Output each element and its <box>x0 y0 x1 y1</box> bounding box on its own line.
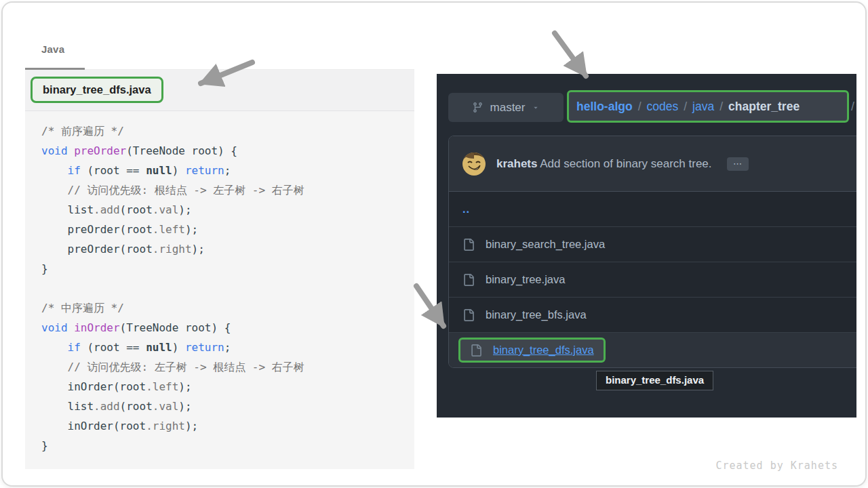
code-line: /* 前序遍历 */ <box>41 121 414 141</box>
code-filename-header: binary_tree_dfs.java <box>25 70 414 111</box>
file-row: binary_tree_bfs.java <box>449 298 856 333</box>
file-icon <box>462 274 475 286</box>
breadcrumb-java-link[interactable]: java <box>692 100 714 114</box>
breadcrumb-current-folder: chapter_tree <box>728 100 800 114</box>
code-line: inOrder(root.left); <box>41 377 414 396</box>
code-line: preOrder(root.right); <box>41 239 414 259</box>
watermark-credit: Created by Krahets <box>715 460 838 472</box>
code-line: } <box>41 259 414 279</box>
code-block: /* 前序遍历 */void preOrder(TreeNode root) {… <box>25 111 414 455</box>
file-row: binary_search_tree.java <box>449 227 856 262</box>
file-name-link-active[interactable]: binary_tree_dfs.java <box>493 344 594 357</box>
breadcrumb: hello-algo / codes / java / chapter_tree <box>567 90 849 123</box>
branch-name: master <box>490 101 526 115</box>
parent-directory-link[interactable]: .. <box>462 203 470 216</box>
breadcrumb-repo-link[interactable]: hello-algo <box>576 100 633 114</box>
file-name-link[interactable]: binary_tree.java <box>486 273 565 286</box>
tab-java[interactable]: Java <box>41 43 64 55</box>
code-line: void inOrder(TreeNode root) { <box>41 318 414 338</box>
file-icon <box>462 239 475 251</box>
filename-highlight-box: binary_tree_dfs.java <box>31 77 163 103</box>
arrow-to-breadcrumb <box>555 33 586 76</box>
file-row: binary_tree.java <box>449 262 856 298</box>
code-filename: binary_tree_dfs.java <box>43 83 151 96</box>
commit-more-button[interactable]: ⋯ <box>727 157 749 171</box>
commit-message[interactable]: Add section of binary search tree. <box>540 157 711 170</box>
filename-tooltip: binary_tree_dfs.java <box>596 371 713 390</box>
code-line: // 访问优先级: 左子树 -> 根结点 -> 右子树 <box>41 357 414 377</box>
page-card: Java binary_tree_dfs.java /* 前序遍历 */void… <box>1 1 867 487</box>
code-line <box>41 279 414 298</box>
code-line: void preOrder(TreeNode root) { <box>41 141 414 161</box>
breadcrumb-separator: / <box>638 100 642 114</box>
latest-commit-row: krahets Add section of binary search tre… <box>449 136 856 192</box>
code-line: if (root == null) return; <box>41 161 414 180</box>
code-line: inOrder(root.right); <box>41 416 414 436</box>
file-list-box: krahets Add section of binary search tre… <box>448 136 856 368</box>
code-line: list.add(root.val); <box>41 396 414 416</box>
code-line: /* 中序遍历 */ <box>41 298 414 318</box>
file-name-link[interactable]: binary_search_tree.java <box>486 238 605 251</box>
code-line: if (root == null) return; <box>41 338 414 357</box>
breadcrumb-trailing-slash: / <box>851 100 854 114</box>
file-row-highlighted: binary_tree_dfs.java <box>449 333 856 367</box>
commit-author-link[interactable]: krahets <box>496 157 537 170</box>
breadcrumb-separator: / <box>684 100 687 114</box>
file-icon <box>462 309 475 321</box>
branch-selector-button[interactable]: master <box>448 93 564 122</box>
code-line: preOrder(root.left); <box>41 220 414 239</box>
file-row-up: .. <box>449 192 856 227</box>
file-highlight-box: binary_tree_dfs.java <box>458 338 606 363</box>
git-branch-icon <box>472 102 484 113</box>
file-icon <box>470 344 482 357</box>
code-line: // 访问优先级: 根结点 -> 左子树 -> 右子树 <box>41 180 414 200</box>
breadcrumb-codes-link[interactable]: codes <box>647 100 679 114</box>
tab-strip: Java <box>25 41 414 70</box>
file-name-link[interactable]: binary_tree_bfs.java <box>486 308 587 321</box>
code-area: /* 前序遍历 */void preOrder(TreeNode root) {… <box>25 111 414 469</box>
breadcrumb-separator: / <box>719 100 723 114</box>
avatar[interactable] <box>462 152 486 176</box>
chevron-down-icon <box>532 104 540 112</box>
github-panel: master hello-algo / codes / java / chapt… <box>437 74 856 418</box>
code-line: list.add(root.val); <box>41 200 414 220</box>
code-line: } <box>41 436 414 455</box>
